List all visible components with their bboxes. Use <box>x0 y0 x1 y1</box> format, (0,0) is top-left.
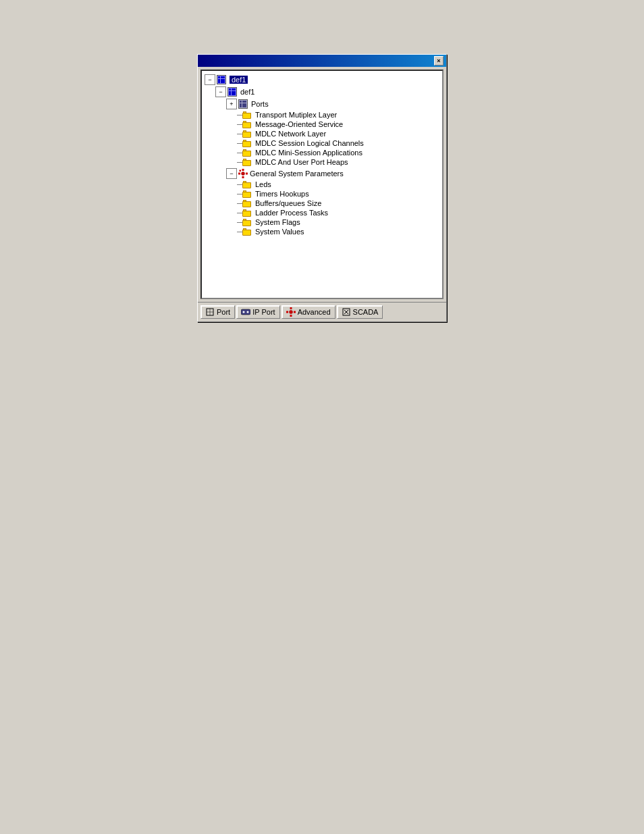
ip-port-label: IP Port <box>252 308 275 316</box>
tree-node-root[interactable]: − def1 <box>205 74 439 86</box>
advanced-btn-icon <box>286 307 296 317</box>
connector-message <box>237 124 242 125</box>
connector-flags <box>237 222 242 223</box>
folder-buffers <box>242 200 252 207</box>
folder-leds <box>242 181 252 188</box>
advanced-button[interactable]: Advanced <box>281 305 336 319</box>
def1-child-icon <box>227 87 238 97</box>
svg-point-11 <box>247 311 249 313</box>
folder-icon-ladder <box>242 209 253 217</box>
connector-mdlc-network <box>237 134 242 134</box>
svg-rect-5 <box>240 170 242 172</box>
message-label: Message-Oriented Service <box>255 120 343 128</box>
port-svg <box>206 308 214 316</box>
svg-point-0 <box>242 172 245 176</box>
folder-values <box>242 228 252 236</box>
svg-rect-2 <box>242 176 244 178</box>
advanced-label: Advanced <box>298 308 331 316</box>
scada-icon <box>342 307 351 317</box>
svg-rect-4 <box>246 173 248 175</box>
ip-port-icon <box>241 307 250 317</box>
collapse-icon-general[interactable]: − <box>226 168 237 179</box>
toolbar: Port IP Port A <box>198 302 446 321</box>
folder-icon-message <box>242 121 253 128</box>
port-button[interactable]: Port <box>200 305 235 319</box>
connector-transport <box>237 115 242 115</box>
tree-node-mdlc-session[interactable]: MDLC Session Logical Channels <box>237 138 439 148</box>
advanced-btn-svg <box>286 307 296 317</box>
expand-icon-ports[interactable]: + <box>226 99 237 109</box>
collapse-icon-root[interactable]: − <box>205 74 215 85</box>
folder-icon-mdlc-user <box>242 159 253 166</box>
port-icon <box>205 307 215 317</box>
tree-node-ports[interactable]: + <box>226 98 439 110</box>
connector-mdlc-user <box>237 162 242 163</box>
svg-rect-1 <box>242 169 244 171</box>
tree-node-buffers[interactable]: Buffers/queues Size <box>237 199 439 208</box>
scada-svg <box>342 308 350 316</box>
tree-node-mdlc-mini[interactable]: MDLC Mini-Session Applications <box>237 148 439 157</box>
connector-leds <box>237 184 242 185</box>
port-label: Port <box>217 308 230 316</box>
folder-mdlc-mini <box>242 149 252 157</box>
general-children: Leds Timers Hookups <box>226 180 439 236</box>
tree-node-message[interactable]: Message-Oriented Service <box>237 120 439 129</box>
svg-rect-13 <box>290 307 292 309</box>
grid-icon-root <box>217 75 226 84</box>
svg-point-12 <box>289 311 292 314</box>
tree-node-flags[interactable]: System Flags <box>237 217 439 227</box>
connector-buffers <box>237 203 242 204</box>
ports-grid-icon <box>238 99 248 109</box>
folder-icon-mdlc-mini <box>242 149 253 157</box>
mdlc-session-label: MDLC Session Logical Channels <box>255 139 364 147</box>
folder-transport <box>242 111 252 119</box>
timers-label: Timers Hookups <box>255 190 309 198</box>
leds-label: Leds <box>255 180 271 188</box>
svg-rect-14 <box>290 315 292 317</box>
title-bar: × <box>198 55 446 67</box>
folder-flags <box>242 219 252 226</box>
ladder-label: Ladder Process Tasks <box>255 209 328 217</box>
folder-mdlc-user <box>242 159 252 166</box>
tree-view[interactable]: − def1 − de <box>200 70 444 299</box>
connector-timers <box>237 194 242 194</box>
close-button[interactable]: × <box>434 56 444 66</box>
tree-level-2: + <box>215 98 439 236</box>
folder-mdlc-session <box>242 140 252 147</box>
ip-svg <box>241 308 250 316</box>
tree-node-ladder[interactable]: Ladder Process Tasks <box>237 208 439 217</box>
main-window: × − def1 − <box>197 54 447 322</box>
svg-rect-15 <box>286 311 288 313</box>
mdlc-user-label: MDLC And User Port Heaps <box>255 158 348 166</box>
folder-icon-leds <box>242 181 253 188</box>
buffers-label: Buffers/queues Size <box>255 199 321 207</box>
tree-node-def1-child[interactable]: − def1 <box>215 86 439 98</box>
ports-label: Ports <box>251 100 269 108</box>
values-label: System Values <box>255 228 304 236</box>
connector-mdlc-mini <box>237 153 242 153</box>
folder-icon-mdlc-session <box>242 140 253 147</box>
def1-child-label: def1 <box>240 88 254 96</box>
connector-ladder <box>237 213 242 213</box>
tree-node-timers[interactable]: Timers Hookups <box>237 189 439 199</box>
connector-values <box>237 232 242 232</box>
scada-button[interactable]: SCADA <box>337 305 383 319</box>
svg-rect-9 <box>241 309 250 315</box>
folder-timers <box>242 190 252 198</box>
tree-node-values[interactable]: System Values <box>237 227 439 236</box>
collapse-icon-def1[interactable]: − <box>215 86 226 97</box>
ip-port-button[interactable]: IP Port <box>236 305 279 319</box>
tree-node-leds[interactable]: Leds <box>237 180 439 189</box>
tree-node-mdlc-user[interactable]: MDLC And User Port Heaps <box>237 157 439 167</box>
folder-icon-timers <box>242 190 253 198</box>
tree-node-transport[interactable]: Transport Mutiplex Layer <box>237 110 439 120</box>
ports-children: Transport Mutiplex Layer Message-Oriente… <box>226 110 439 167</box>
tree-node-mdlc-network[interactable]: MDLC Network Layer <box>237 129 439 138</box>
general-icon <box>238 169 248 178</box>
ports-icon <box>238 99 249 109</box>
tree-level-1: − def1 + <box>205 86 439 236</box>
scada-label: SCADA <box>353 308 379 316</box>
mdlc-network-label: MDLC Network Layer <box>255 130 326 138</box>
tree-node-general[interactable]: − General System Parameters <box>226 167 439 180</box>
svg-rect-16 <box>294 311 296 313</box>
